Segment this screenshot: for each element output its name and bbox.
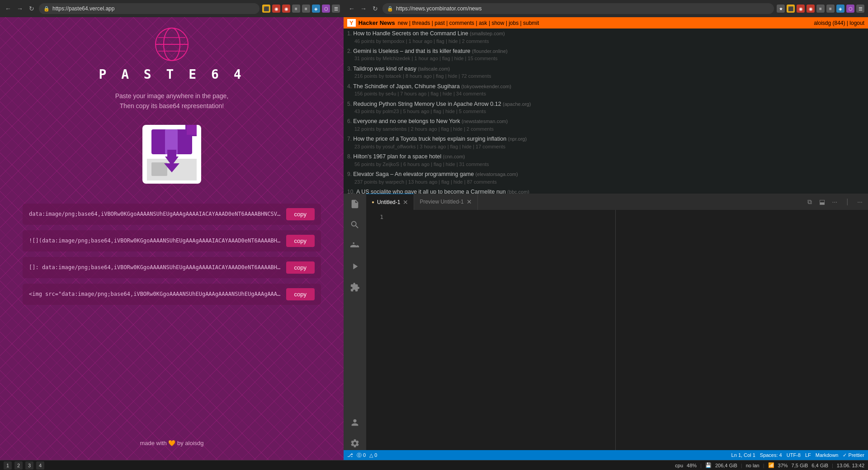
hn-nav-threads[interactable]: threads: [412, 20, 430, 26]
hn-title: Hacker News: [359, 19, 395, 26]
hn-nav-comments[interactable]: comments: [449, 20, 474, 26]
more-actions-button[interactable]: ···: [830, 197, 840, 206]
tab-close-icon[interactable]: ✕: [403, 199, 408, 206]
editor-left[interactable]: 1: [366, 210, 615, 450]
status-prettier[interactable]: ✓ Prettier: [843, 452, 864, 458]
hn-ext-2[interactable]: ⬛: [787, 5, 795, 13]
hn-ext-8[interactable]: ⬡: [846, 5, 854, 13]
status-language[interactable]: Markdown: [816, 452, 839, 458]
hn-list-item: 2. Gemini is Useless – and that is its k…: [344, 46, 868, 64]
hn-ext-6[interactable]: ≡: [826, 5, 835, 13]
taskbar-separator-4: |: [832, 463, 833, 468]
hn-lock-icon: 🔒: [387, 6, 393, 12]
status-bar: ⎇ ⓪ 0 △ 0 Ln 1, Col 1 Spaces: 4 UTF-8 LF…: [344, 450, 868, 460]
ext-icon-2[interactable]: ◉: [272, 5, 280, 13]
ext-icon-6[interactable]: ◈: [312, 5, 320, 13]
lock-icon: 🔒: [43, 6, 50, 12]
ext-icon-4[interactable]: ≡: [292, 5, 300, 13]
hn-ext-9[interactable]: ☰: [856, 5, 864, 13]
sidebar-item-search[interactable]: [348, 218, 362, 232]
hn-list-item: 10. A US socialite who gave it all up to…: [344, 187, 868, 194]
sidebar-item-run[interactable]: [348, 260, 362, 273]
disk-value: 6,4 GiB: [811, 463, 828, 468]
ext-icon-5[interactable]: ≡: [302, 5, 310, 13]
ext-icon-1[interactable]: ⬛: [262, 5, 270, 13]
status-line-col[interactable]: Ln 1, Col 1: [731, 452, 755, 458]
ram-value: 206,4 GiB: [715, 463, 737, 468]
hn-nav-past[interactable]: past: [434, 20, 445, 26]
wifi-icon: 📶: [768, 462, 774, 468]
line-number-1: 1: [370, 214, 383, 220]
paste64-panel: ← → ↻ 🔒 https://paste64.vercel.app ⬛ ◉ ◉…: [0, 0, 344, 460]
taskbar-num-1[interactable]: 1: [4, 461, 12, 470]
hn-list-item: 3. Taildrop was kind of easy (tailscale.…: [344, 64, 868, 81]
hn-nav-show[interactable]: show: [491, 20, 504, 26]
hn-ext-4[interactable]: ◉: [807, 5, 815, 13]
hn-url: https://news.ycombinator.com/news: [396, 5, 481, 12]
ext-icon-7[interactable]: ⬡: [322, 5, 330, 13]
address-bar-right[interactable]: 🔒 https://news.ycombinator.com/news: [382, 3, 774, 14]
paste64-content: P A S T E 6 4 Paste your image anywhere …: [0, 17, 344, 460]
floppy-icon: [138, 123, 206, 195]
copy-button-2[interactable]: copy: [286, 261, 315, 274]
taskbar-left: 1 2 3 4: [4, 461, 44, 470]
status-warnings[interactable]: △ 0: [369, 452, 377, 458]
sidebar-item-files[interactable]: [348, 197, 362, 211]
hn-nav-ask[interactable]: ask: [479, 20, 487, 26]
status-line-ending[interactable]: LF: [805, 452, 811, 458]
status-spaces[interactable]: Spaces: 4: [760, 452, 782, 458]
copy-button-3[interactable]: copy: [286, 288, 315, 300]
made-with: made with 🧡 by aloisdg: [135, 435, 208, 451]
hn-nav-new[interactable]: new: [398, 20, 408, 26]
hn-username[interactable]: aloisdg (844): [814, 20, 845, 26]
url-left: https://paste64.vercel.app: [52, 5, 114, 12]
ext-icon-8[interactable]: ☰: [332, 5, 340, 13]
split-editor-button[interactable]: ⧉: [806, 197, 814, 207]
output-text-0: data:image/png;base64,iVBORw0KGgoAAAANSU…: [29, 211, 282, 217]
back-button[interactable]: ←: [4, 4, 13, 13]
reload-button[interactable]: ↻: [27, 4, 36, 13]
hn-list-item: 4. The Schindler of Japan, Chihune Sugih…: [344, 81, 868, 99]
sidebar-item-source-control[interactable]: [348, 239, 362, 252]
ext-icon-3[interactable]: ◉: [282, 5, 290, 13]
tab-preview[interactable]: Preview Untitled-1 ✕: [414, 194, 477, 210]
split-down-button[interactable]: ⬓: [817, 197, 827, 206]
copy-button-1[interactable]: copy: [286, 235, 315, 247]
tab-preview-close-icon[interactable]: ✕: [467, 198, 472, 205]
hn-logout[interactable]: logout: [849, 20, 864, 26]
tab-actions: ⧉ ⬓ ··· | ···: [806, 197, 868, 207]
address-bar-left[interactable]: 🔒 https://paste64.vercel.app: [39, 3, 259, 14]
browser-bar-left: ← → ↻ 🔒 https://paste64.vercel.app ⬛ ◉ ◉…: [0, 0, 344, 17]
status-encoding[interactable]: UTF-8: [787, 452, 801, 458]
taskbar-num-4[interactable]: 4: [36, 461, 44, 470]
tab-untitled-1[interactable]: ● Untitled-1 ✕: [366, 194, 414, 210]
editor-right-preview: [615, 210, 868, 450]
taskbar-num-2[interactable]: 2: [14, 461, 23, 470]
hn-nav-jobs[interactable]: jobs: [509, 20, 519, 26]
hn-forward-button[interactable]: →: [359, 4, 368, 13]
hn-items-container: 1. How to Handle Secrets on the Command …: [344, 28, 868, 194]
copy-button-0[interactable]: copy: [286, 208, 315, 220]
hn-ext-1[interactable]: ★: [777, 5, 785, 13]
status-errors[interactable]: ⓪ 0: [357, 452, 366, 459]
time: 13.06. 13:42: [837, 463, 864, 468]
cpu-label: cpu: [675, 463, 683, 468]
hn-ext-7[interactable]: ◈: [836, 5, 844, 13]
sidebar-item-extensions[interactable]: [348, 280, 362, 294]
sidebar-item-settings[interactable]: [348, 437, 362, 450]
svg-rect-13: [187, 125, 197, 135]
sidebar-item-account[interactable]: [348, 416, 362, 429]
forward-button[interactable]: →: [15, 4, 24, 13]
preview-more-button[interactable]: ···: [855, 197, 864, 206]
hn-ext-5[interactable]: ≡: [816, 5, 825, 13]
hn-ext-3[interactable]: ◉: [797, 5, 805, 13]
hn-back-button[interactable]: ←: [347, 4, 356, 13]
hn-list-item: 7. How the price of a Toyota truck helps…: [344, 134, 868, 152]
taskbar-num-3[interactable]: 3: [25, 461, 33, 470]
taskbar-separator-2: |: [741, 463, 742, 468]
output-rows: data:image/png;base64,iVBORw0KGgoAAAANSU…: [23, 204, 321, 310]
hn-nav-submit[interactable]: submit: [523, 20, 539, 26]
taskbar: 1 2 3 4 cpu 48% | 💾 206,4 GiB | no lan |…: [0, 460, 868, 470]
hn-reload-button[interactable]: ↻: [371, 4, 380, 13]
wifi2-value: 7,5 GiB: [792, 463, 808, 468]
